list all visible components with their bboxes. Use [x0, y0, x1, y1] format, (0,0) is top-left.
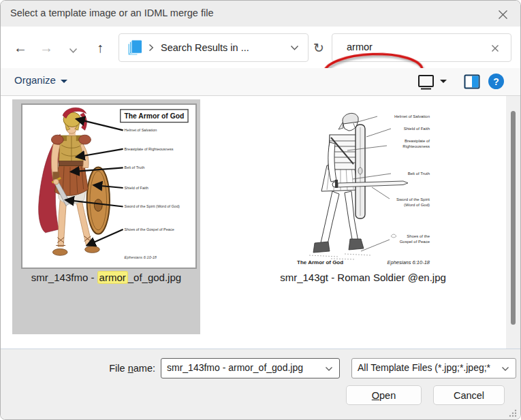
chevron-down-icon[interactable]: [325, 366, 333, 372]
cancel-button[interactable]: Cancel: [433, 385, 505, 405]
open-button[interactable]: Open: [346, 385, 422, 405]
thumb1-label-sword: Sword of the Spirit (Word of God): [125, 204, 180, 208]
thumb1-label-shoes: Shoes of the Gospel of Peace: [125, 227, 174, 231]
search-input-value[interactable]: armor: [347, 42, 373, 52]
address-bar[interactable]: Search Results in ...: [119, 33, 309, 62]
chevron-down-icon[interactable]: [501, 366, 509, 372]
file-name-2: smr_143gt - Roman Soldier @en.jpg: [269, 272, 457, 283]
file-dialog-window: Select a template image or an IDML merge…: [0, 0, 521, 420]
file-name-label: File name:: [82, 358, 155, 378]
thumb2-label-breastplate1: Breastplate of: [405, 139, 430, 143]
breadcrumb-separator-icon: [148, 44, 154, 52]
open-button-accel: O: [372, 390, 379, 401]
clear-icon: [491, 44, 499, 52]
thumb2-verse: Ephesians 6:10-18: [387, 259, 430, 265]
thumb1-label-helmet: Helmet of Salvation: [125, 128, 157, 132]
views-icon: [417, 74, 435, 91]
thumbnail-roman-soldier: Helmet of Salvation Shield of Faith Brea…: [290, 103, 435, 270]
thumb2-caption: The Armor of God: [297, 259, 343, 265]
thumb1-label-belt: Belt of Truth: [125, 165, 145, 169]
up-icon: ↑: [97, 40, 104, 56]
help-button[interactable]: ?: [488, 74, 504, 89]
address-dropdown-button[interactable]: [290, 45, 299, 51]
search-box[interactable]: armor: [332, 33, 511, 62]
thumb2-label-shield: Shield of Faith: [404, 127, 430, 131]
chevron-down-icon: [61, 80, 67, 83]
recent-locations-button[interactable]: [64, 42, 82, 59]
preview-pane-icon: [464, 74, 481, 90]
scrollbar-thumb[interactable]: [511, 111, 516, 325]
close-icon: [498, 10, 508, 20]
file-name-value[interactable]: smr_143fmo - armor_of_god.jpg: [167, 362, 303, 373]
dialog-footer: File name: smr_143fmo - armor_of_god.jpg…: [1, 349, 520, 420]
breadcrumb-location[interactable]: Search Results in ...: [161, 42, 249, 53]
navigation-bar: ← → ↑ Search Results in ... ↻: [1, 27, 520, 68]
thumb1-title: The Armor of God: [124, 112, 184, 120]
file-list: The Armor of God Helmet of Salvation Bre…: [1, 96, 520, 349]
chevron-down-icon: [69, 48, 78, 54]
up-button[interactable]: ↑: [91, 39, 109, 56]
roman-soldier-illustration: Helmet of Salvation Shield of Faith Brea…: [290, 103, 435, 270]
chevron-down-icon: [290, 45, 299, 51]
resize-grip[interactable]: [508, 408, 518, 418]
thumbnail-armor-of-god: The Armor of God Helmet of Salvation Bre…: [21, 103, 197, 269]
thumb2-label-sword1: Sword of the Spirit: [396, 197, 430, 201]
search-results-icon: [127, 39, 142, 56]
organize-menu-button[interactable]: Organize: [14, 74, 67, 86]
thumb2-label-belt: Belt of Truth: [408, 172, 430, 176]
thumb2-label-breastplate2: Righteousness: [402, 144, 430, 148]
search-clear-button[interactable]: [486, 39, 504, 57]
file-name-label-accel: n: [128, 363, 133, 374]
back-button[interactable]: ←: [12, 39, 29, 56]
cancel-button-label: Cancel: [454, 390, 484, 401]
armor-of-god-illustration: The Armor of God Helmet of Salvation Bre…: [22, 105, 195, 268]
organize-label: Organize: [14, 74, 56, 86]
file-name-combobox[interactable]: smr_143fmo - armor_of_god.jpg: [161, 358, 340, 378]
thumb2-label-shoes2: Gospel of Peace: [400, 240, 430, 244]
file-item-armor-of-god[interactable]: The Armor of God Helmet of Salvation Bre…: [12, 99, 200, 334]
views-dropdown-button[interactable]: [440, 80, 447, 83]
forward-button[interactable]: →: [37, 39, 55, 56]
thumb1-verse: Ephesians 6:10-18: [125, 255, 157, 259]
thumb1-label-shield: Shield of Faith: [125, 186, 148, 190]
file-name-1-suffix: _of_god.jpg: [128, 272, 181, 283]
file-type-value: All Template Files (*.jpg;*.jpeg;*: [358, 362, 490, 373]
file-name-label-post: ame:: [133, 363, 155, 374]
open-button-rest: pen: [379, 390, 396, 401]
thumb2-label-shoes1: Shoes of the: [407, 234, 430, 238]
thumb2-label-helmet: Helmet of Salvation: [394, 114, 430, 118]
file-type-dropdown[interactable]: All Template Files (*.jpg;*.jpeg;*: [351, 358, 516, 378]
file-name-label-pre: File: [109, 363, 127, 374]
command-bar: Organize ?: [1, 68, 520, 96]
preview-pane-button[interactable]: [464, 74, 481, 93]
dialog-title: Select a template image or an IDML merge…: [10, 7, 213, 18]
file-name-1: smr_143fmo - armor_of_god.jpg: [12, 272, 200, 283]
refresh-button[interactable]: ↻: [310, 39, 328, 56]
close-button[interactable]: [494, 6, 511, 22]
thumb2-label-sword2: (Word of God): [404, 203, 430, 207]
file-name-1-prefix: smr_143fmo -: [31, 272, 97, 283]
file-name-1-highlight: armor: [97, 271, 128, 284]
file-item-roman-soldier[interactable]: Helmet of Salvation Shield of Faith Brea…: [269, 99, 457, 334]
title-bar: Select a template image or an IDML merge…: [1, 1, 520, 27]
thumb1-label-breastplate: Breastplate of Righteousness: [125, 147, 174, 151]
back-icon: ←: [14, 40, 27, 56]
refresh-icon: ↻: [313, 40, 324, 56]
forward-icon: →: [40, 40, 53, 56]
views-button[interactable]: [417, 74, 435, 93]
vertical-scrollbar[interactable]: [506, 96, 520, 349]
help-icon: ?: [493, 76, 499, 87]
